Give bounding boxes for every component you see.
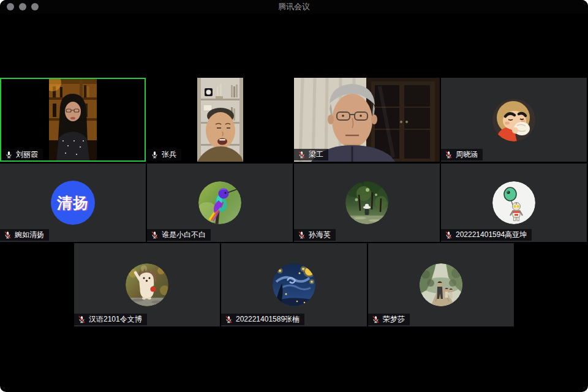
participant-name: 刘丽霞 <box>16 151 38 159</box>
participant-name-label: 梁工 <box>294 149 328 160</box>
participant-name: 202221401589张楠 <box>236 315 300 323</box>
participant-name-label: 荣梦莎 <box>368 314 410 325</box>
mic-muted-icon <box>445 151 453 159</box>
participant-name: 孙海英 <box>309 231 331 239</box>
title-bar: 腾讯会议 <box>0 0 588 13</box>
hedgehog-avatar <box>126 263 168 306</box>
participant-tile[interactable]: 荣梦莎 <box>368 243 514 326</box>
mic-muted-icon <box>4 231 12 239</box>
shinchan-cartoon-avatar <box>492 99 535 141</box>
participant-name-label: 汉语2101令文博 <box>74 314 147 325</box>
participant-name-label: 周晓涵 <box>441 149 483 160</box>
grid-row-2: 清扬婉如清扬谁是小白不白孙海英202221401594高亚坤 <box>0 164 588 242</box>
mic-muted-icon <box>151 231 159 239</box>
mic-muted-icon <box>225 315 233 323</box>
participant-tile[interactable]: 张兵 <box>147 78 293 162</box>
participant-tile[interactable]: 周晓涵 <box>441 78 587 162</box>
participant-name-label: 202221401589张楠 <box>221 314 304 325</box>
avatar-text: 清扬 <box>57 193 89 213</box>
participant-name: 婉如清扬 <box>15 231 44 239</box>
participant-name: 梁工 <box>309 151 323 159</box>
ultraman-balloon-avatar <box>492 181 535 224</box>
blue-text-avatar: 清扬 <box>51 181 95 225</box>
mic-muted-icon <box>78 315 86 323</box>
participant-name: 202221401594高亚坤 <box>456 231 527 239</box>
grid-row-3: 汉语2101令文博202221401589张楠荣梦莎 <box>0 243 588 326</box>
mic-muted-icon <box>298 151 306 159</box>
participant-tile[interactable]: 202221401589张楠 <box>221 243 367 326</box>
participant-tile[interactable]: 汉语2101令文博 <box>74 243 220 326</box>
participant-name-label: 谁是小白不白 <box>147 229 211 241</box>
participant-tile[interactable]: 刘丽霞 <box>0 78 146 162</box>
window-title: 腾讯会议 <box>0 0 588 13</box>
mic-muted-icon <box>445 231 453 239</box>
meeting-window: 腾讯会议 刘丽霞张兵梁工周晓涵 清扬婉如清扬谁是小白不白孙海英202221401… <box>0 0 588 392</box>
participant-name: 谁是小白不白 <box>162 231 206 239</box>
participant-name: 汉语2101令文博 <box>89 315 142 323</box>
man-light-shelf-video <box>197 78 243 162</box>
mic-muted-icon <box>298 231 306 239</box>
participant-tile[interactable]: 202221401594高亚坤 <box>441 164 587 242</box>
mic-muted-icon <box>372 315 380 323</box>
participant-tile[interactable]: 谁是小白不白 <box>147 164 293 242</box>
woman-bookshelf-video <box>49 79 97 160</box>
mic-on-icon <box>151 151 159 159</box>
participant-tile[interactable]: 孙海英 <box>294 164 440 242</box>
participant-name-label: 刘丽霞 <box>1 149 43 160</box>
participant-name-label: 婉如清扬 <box>0 229 49 241</box>
hummingbird-avatar <box>198 181 241 224</box>
participant-name-label: 202221401594高亚坤 <box>441 229 532 241</box>
participant-name-label: 孙海英 <box>294 229 336 241</box>
vintage-family-photo-avatar <box>420 263 462 306</box>
mic-on-icon <box>5 151 13 159</box>
participant-name: 周晓涵 <box>456 151 478 159</box>
participant-name-label: 张兵 <box>147 149 181 160</box>
starry-night-avatar <box>273 263 315 306</box>
participant-name: 荣梦莎 <box>383 315 405 323</box>
grid-row-1: 刘丽霞张兵梁工周晓涵 <box>0 78 588 162</box>
participant-tile[interactable]: 清扬婉如清扬 <box>0 164 146 242</box>
participant-tile[interactable]: 梁工 <box>294 78 440 162</box>
forest-scene-avatar <box>345 181 388 224</box>
participant-name: 张兵 <box>162 151 176 159</box>
